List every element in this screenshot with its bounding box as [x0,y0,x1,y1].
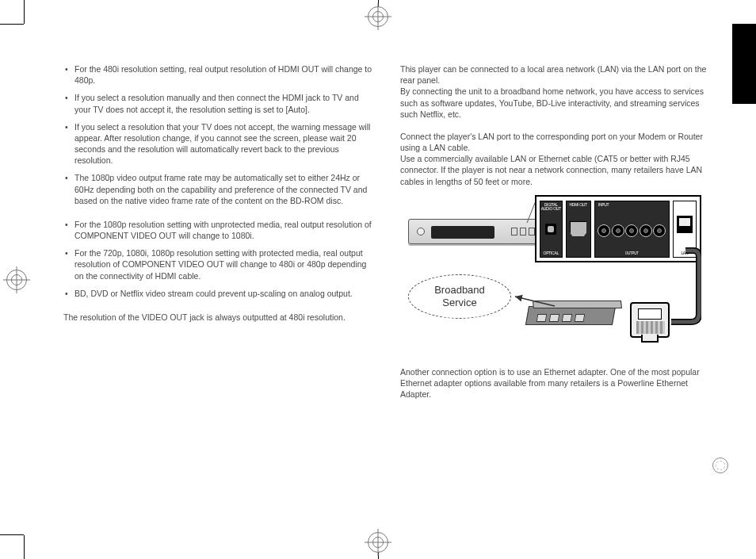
body-text: Another connection option is to use an E… [400,366,713,400]
rca-jack-icon [640,224,652,237]
registration-mark-icon [6,270,27,290]
body-text: This player can be connected to a local … [400,63,713,86]
body-text: Connect the player's LAN port to the cor… [400,131,713,153]
rear-panel-icon: DIGITAL AUDIO OUT OPTICAL HDMI OUT INPUT [535,195,701,262]
list-item: If you select a resolution manually and … [63,92,376,114]
list-item: The 1080p video output frame rate may be… [63,172,376,206]
rca-jack-icon [598,224,610,237]
broadband-service-label: Broadband Service [408,274,511,319]
rca-jack-icon [612,224,624,237]
port-label: OUTPUT [595,252,669,256]
crop-mark [24,535,25,559]
diagram-text: Broadband Service [434,284,485,308]
router-icon [525,306,616,325]
optical-port-icon: DIGITAL AUDIO OUT OPTICAL [540,201,563,258]
page-number-badge [712,458,728,473]
ethernet-plug-icon [630,302,670,338]
bullet-list: For the 480i resolution setting, real ou… [63,63,376,206]
connection-diagram: DIGITAL AUDIO OUT OPTICAL HDMI OUT INPUT [408,195,701,354]
port-label: DIGITAL AUDIO OUT [540,203,562,211]
crop-mark [24,0,25,24]
component-ports-icon: INPUT OUTPUT [594,201,670,258]
page-content: For the 480i resolution setting, real ou… [63,63,713,408]
left-column: For the 480i resolution setting, real ou… [63,63,376,408]
port-label: INPUT [598,203,609,207]
rca-jack-icon [625,224,638,237]
list-item: BD, DVD or Netflix video stream could pr… [63,288,376,299]
registration-mark-icon [368,532,388,553]
list-item: For the 1080p resolution setting with un… [63,219,376,241]
right-column: This player can be connected to a local … [400,63,713,408]
player-front-icon [408,219,551,244]
port-label: OPTICAL [540,251,562,255]
port-label: LAN [674,251,696,255]
rca-jack-icon [653,224,666,237]
list-item: For the 480i resolution setting, real ou… [63,63,376,86]
list-item: If you select a resolution that your TV … [63,121,376,167]
registration-mark-icon [368,6,388,27]
hdmi-port-icon: HDMI OUT [566,201,591,258]
bullet-list: For the 1080p resolution setting with un… [63,219,376,299]
lan-port-icon: LAN [673,201,697,258]
port-label: HDMI OUT [567,203,590,207]
body-text: The resolution of the VIDEO OUT jack is … [63,312,376,323]
crop-mark [0,24,24,25]
body-text: By connecting the unit to a broadband ho… [400,86,713,120]
crop-mark [0,534,24,535]
list-item: For the 720p, 1080i, 1080p resolution se… [63,247,376,281]
body-text: Use a commercially available LAN or Ethe… [400,153,713,187]
section-tab [732,25,756,104]
